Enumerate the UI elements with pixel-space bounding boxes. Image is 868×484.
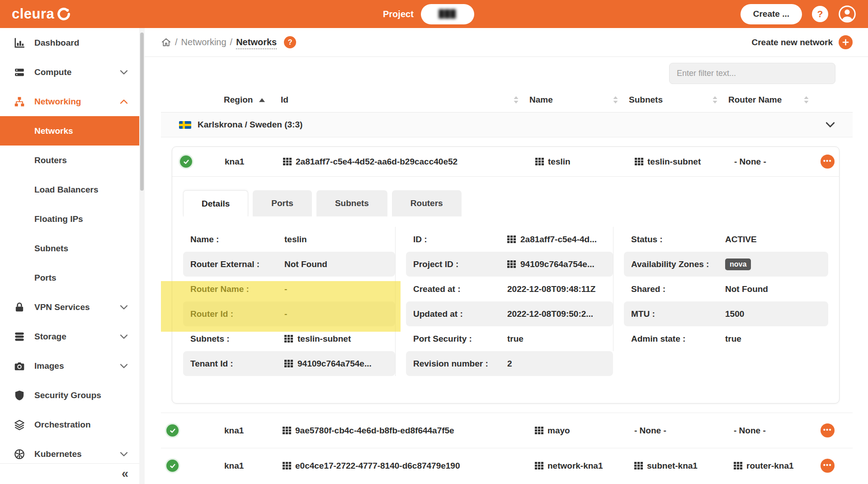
subnet-name: subnet-kna1 bbox=[647, 461, 698, 471]
user-icon[interactable] bbox=[838, 5, 856, 23]
field-value: 2022-12-08T09:50:2... bbox=[507, 309, 593, 319]
chevron-down-icon bbox=[120, 452, 127, 456]
field-label: Project ID : bbox=[413, 259, 507, 269]
network-id: 2a81aff7-c5e4-4d52-aa6d-b29cacc40e52 bbox=[296, 157, 458, 167]
sidebar-label: Floating IPs bbox=[34, 214, 83, 224]
tab-details[interactable]: Details bbox=[183, 190, 248, 216]
create-new-network-button[interactable] bbox=[839, 35, 853, 49]
table-header: Region Id Name Subnets Router Name bbox=[161, 88, 853, 112]
router-cell: - None - bbox=[729, 157, 815, 167]
detail-field: Router External :Not Found bbox=[183, 252, 395, 277]
sidebar-label: Orchestration bbox=[34, 420, 91, 430]
create-button[interactable]: Create ... bbox=[741, 4, 802, 24]
region-cell: kna1 bbox=[202, 157, 281, 167]
detail-field: Updated at :2022-12-08T09:50:2... bbox=[406, 301, 613, 326]
column-label: Router Name bbox=[728, 95, 782, 105]
column-header-name[interactable]: Name bbox=[529, 95, 629, 105]
sort-icon[interactable] bbox=[514, 96, 519, 103]
column-header-router-name[interactable]: Router Name bbox=[728, 95, 814, 105]
grid-icon bbox=[535, 462, 543, 470]
chevron-down-icon bbox=[120, 334, 127, 339]
details-panel: Name :teslin Router External :Not Found … bbox=[183, 227, 828, 376]
cleura-logo[interactable]: cleura bbox=[12, 6, 71, 22]
sort-icon[interactable] bbox=[613, 96, 618, 103]
sort-icon[interactable] bbox=[712, 96, 717, 103]
sidebar-collapse-button[interactable]: « bbox=[122, 468, 128, 480]
detail-tabs: Details Ports Subnets Routers bbox=[183, 190, 839, 216]
sidebar-item-routers[interactable]: Routers bbox=[0, 146, 139, 175]
sidebar-item-security-groups[interactable]: Security Groups bbox=[0, 381, 139, 410]
row-actions-button[interactable]: ••• bbox=[821, 423, 835, 437]
grid-icon bbox=[535, 427, 543, 434]
sidebar-item-images[interactable]: Images bbox=[0, 351, 139, 381]
sidebar-label: Kubernetes bbox=[34, 449, 82, 459]
field-value: teslin bbox=[284, 235, 307, 244]
home-icon[interactable] bbox=[161, 37, 171, 47]
chevron-down-icon[interactable] bbox=[826, 122, 835, 127]
field-value: 94109c764a754e... bbox=[297, 359, 372, 369]
tab-routers[interactable]: Routers bbox=[392, 190, 462, 216]
column-header-id[interactable]: Id bbox=[281, 95, 529, 105]
project-selector[interactable]: ███ bbox=[421, 4, 474, 24]
app-root: cleura Project ███ Create ... ? Dashboar… bbox=[0, 0, 868, 484]
region-cell: kna1 bbox=[202, 461, 281, 471]
details-column-1: Name :teslin Router External :Not Found … bbox=[183, 227, 395, 376]
help-icon[interactable]: ? bbox=[812, 6, 828, 22]
tab-subnets[interactable]: Subnets bbox=[316, 190, 387, 216]
field-label: Port Security : bbox=[413, 334, 507, 344]
table-row[interactable]: kna1 e0c4ce17-2722-4777-8140-d6c87479e19… bbox=[161, 448, 853, 483]
field-label: Subnets : bbox=[190, 334, 284, 344]
router-cell: router-kna1 bbox=[728, 461, 814, 471]
sidebar-item-networking[interactable]: Networking bbox=[0, 87, 139, 116]
sidebar-item-ports[interactable]: Ports bbox=[0, 263, 139, 292]
networking-icon bbox=[14, 96, 25, 108]
field-value: - bbox=[284, 309, 287, 319]
sidebar-label: Compute bbox=[34, 67, 71, 77]
sidebar-item-vpn-services[interactable]: VPN Services bbox=[0, 292, 139, 322]
detail-field: Subnets :teslin-subnet bbox=[183, 326, 395, 351]
table-row[interactable]: kna1 2a81aff7-c5e4-4d52-aa6d-b29cacc40e5… bbox=[172, 147, 839, 177]
breadcrumb-networking[interactable]: Networking bbox=[181, 37, 226, 47]
sidebar-item-load-balancers[interactable]: Load Balancers bbox=[0, 175, 139, 204]
grid-icon bbox=[283, 158, 292, 165]
sidebar-scrollbar-thumb[interactable] bbox=[140, 33, 144, 191]
filter-input[interactable] bbox=[669, 63, 835, 84]
ellipsis-icon: ••• bbox=[823, 462, 832, 468]
sidebar-item-floating-ips[interactable]: Floating IPs bbox=[0, 204, 139, 234]
sidebar-item-subnets[interactable]: Subnets bbox=[0, 234, 139, 263]
region-group-row[interactable]: Karlskrona / Sweden (3:3) bbox=[161, 112, 853, 137]
subnets-cell: teslin-subnet bbox=[629, 157, 729, 167]
sidebar-item-dashboard[interactable]: Dashboard bbox=[0, 28, 139, 57]
plus-icon bbox=[842, 39, 849, 46]
table-row[interactable]: kna1 9ae5780f-cb4c-4e6d-b8fb-ed8f644a7f5… bbox=[161, 413, 853, 448]
router-name: router-kna1 bbox=[746, 461, 794, 471]
sidebar-item-orchestration[interactable]: Orchestration bbox=[0, 410, 139, 439]
field-value: Not Found bbox=[725, 284, 768, 294]
tab-ports[interactable]: Ports bbox=[253, 190, 312, 216]
sort-icon[interactable] bbox=[804, 96, 809, 103]
router-cell: - None - bbox=[728, 426, 814, 436]
network-name: mayo bbox=[547, 426, 570, 436]
sort-ascending-icon bbox=[259, 98, 265, 102]
sidebar-item-storage[interactable]: Storage bbox=[0, 322, 139, 351]
field-value: 2a81aff7-c5e4-4d... bbox=[520, 235, 597, 244]
sidebar-item-compute[interactable]: Compute bbox=[0, 57, 139, 87]
row-actions-button[interactable]: ••• bbox=[821, 459, 835, 473]
field-label: Router External : bbox=[190, 259, 284, 269]
column-header-subnets[interactable]: Subnets bbox=[629, 95, 728, 105]
detail-field: Name :teslin bbox=[183, 227, 395, 252]
grid-icon bbox=[634, 462, 643, 470]
detail-field: Project ID :94109c764a754e... bbox=[406, 252, 613, 277]
breadcrumb-networks[interactable]: Networks bbox=[236, 37, 277, 47]
create-new-network-label[interactable]: Create new network bbox=[752, 38, 833, 47]
camera-icon bbox=[14, 360, 25, 372]
breadcrumb-help-icon[interactable]: ? bbox=[284, 36, 296, 48]
ellipsis-icon: ••• bbox=[823, 158, 832, 164]
layers-icon bbox=[14, 419, 25, 431]
details-column-2: ID :2a81aff7-c5e4-4d... Project ID :9410… bbox=[395, 227, 613, 376]
column-label: Name bbox=[529, 95, 553, 105]
sidebar-item-networks[interactable]: Networks bbox=[0, 116, 139, 146]
grid-icon bbox=[734, 462, 742, 470]
row-actions-button[interactable]: ••• bbox=[821, 155, 835, 169]
column-header-region[interactable]: Region bbox=[202, 95, 281, 105]
